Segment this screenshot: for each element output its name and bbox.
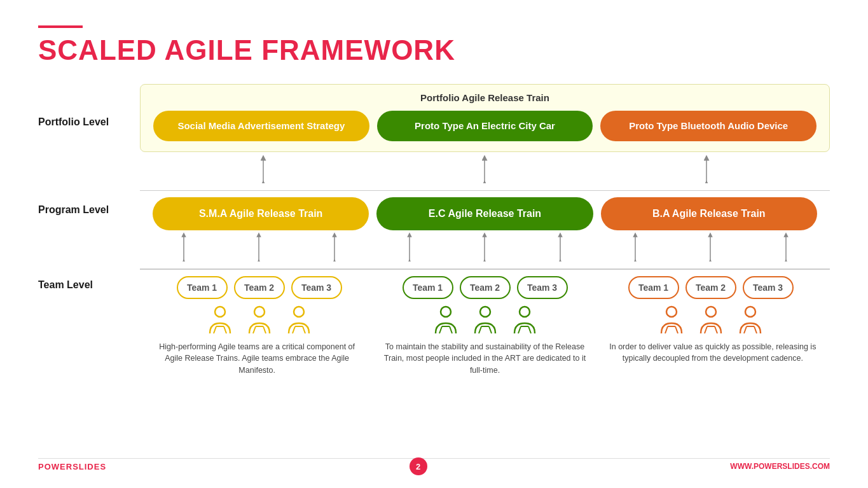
portfolio-level-label: Portfolio Level [38, 90, 140, 154]
svg-line-41 [705, 326, 707, 333]
arrows-sma-down [146, 230, 372, 262]
framework-diagram: Portfolio Agile Release Train Social Med… [140, 84, 830, 377]
team-group-green: Team 1 Team 2 Team 3 [372, 276, 598, 299]
arrow-up-svg-2 [478, 153, 491, 183]
brand-left: POWERSLIDES [38, 462, 106, 471]
arrow-o2 [705, 231, 715, 261]
arrow-g1 [404, 231, 415, 261]
program-card-sma: S.M.A Agile Release Train [153, 197, 369, 230]
brand-right: WWW.POWERSLIDES.COM [730, 462, 830, 471]
svg-line-38 [675, 326, 678, 333]
team-group-orange: Team 1 Team 2 Team 3 [598, 276, 823, 299]
arrow-g3 [555, 231, 565, 261]
svg-point-28 [480, 307, 490, 317]
brand-left-part1: POWER [38, 462, 72, 471]
team-orange-2: Team 2 [685, 276, 736, 299]
svg-line-21 [293, 326, 295, 333]
svg-point-40 [706, 307, 716, 317]
portfolio-card-sma: Social Media Advertisement Strategy [153, 111, 369, 141]
svg-line-42 [715, 326, 717, 333]
svg-point-16 [254, 307, 265, 317]
arrow-ba-up [596, 152, 817, 184]
desc-orange: In order to deliver value as quickly as … [602, 341, 823, 377]
person-icon-y2 [243, 304, 276, 337]
team-section: Team 1 Team 2 Team 3 Team 1 Team 2 Team … [140, 276, 830, 299]
svg-line-26 [450, 326, 452, 333]
svg-point-12 [215, 307, 225, 317]
svg-line-30 [489, 326, 492, 333]
svg-line-25 [439, 326, 442, 333]
separator-line-1 [140, 190, 830, 192]
title-part1: SCALED AGILE [38, 34, 261, 66]
header-accent-line [38, 25, 83, 28]
svg-line-18 [263, 326, 266, 333]
team-green-2: Team 2 [460, 276, 511, 299]
team-orange-1: Team 1 [628, 276, 679, 299]
svg-line-34 [528, 326, 531, 333]
desc-green: To maintain the stability and sustainabi… [374, 341, 595, 377]
program-level-label: Program Level [38, 185, 140, 235]
svg-point-24 [441, 307, 451, 317]
team-green-1: Team 1 [403, 276, 453, 299]
main-content: Portfolio Level Program Level Team Level… [38, 84, 830, 377]
team-orange-3: Team 3 [743, 276, 794, 299]
svg-line-14 [224, 326, 226, 333]
arrow-ec-up [374, 152, 595, 184]
arrow-o3 [781, 231, 791, 261]
portfolio-cards: Social Media Advertisement Strategy Prot… [153, 111, 816, 141]
team-level-label: Team Level [38, 266, 140, 304]
arrow-up-svg-3 [700, 153, 713, 183]
arrows-ec-down [372, 230, 598, 262]
team-group-yellow: Team 1 Team 2 Team 3 [146, 276, 372, 299]
footer: POWERSLIDES 2 WWW.POWERSLIDES.COM [38, 457, 830, 475]
person-icon-y3 [282, 304, 315, 337]
icons-yellow [146, 304, 372, 337]
svg-line-45 [744, 326, 747, 333]
team-yellow-2: Team 2 [234, 276, 285, 299]
person-icon-o3 [734, 304, 767, 337]
svg-line-17 [253, 326, 256, 333]
team-yellow-1: Team 1 [177, 276, 228, 299]
portfolio-section: Portfolio Agile Release Train Social Med… [140, 84, 830, 152]
svg-line-22 [303, 326, 305, 333]
svg-point-44 [745, 307, 755, 317]
arrow-o1 [630, 231, 640, 261]
person-icon-o2 [694, 304, 727, 337]
person-icon-g3 [508, 304, 541, 337]
svg-line-13 [214, 326, 216, 333]
program-section: S.M.A Agile Release Train E.C Agile Rele… [140, 197, 830, 230]
svg-point-32 [520, 307, 530, 317]
svg-point-36 [666, 307, 677, 317]
page-title: SCALED AGILE FRAMEWORK [38, 34, 830, 66]
icons-section [140, 299, 830, 337]
title-part2: FRAMEWORK [261, 34, 455, 66]
portfolio-card-ec: Proto Type An Electric City Car [377, 111, 593, 141]
program-card-ec: E.C Agile Release Train [376, 197, 593, 230]
person-icon-g1 [429, 304, 462, 337]
icons-orange [598, 304, 823, 337]
desc-yellow: High-performing Agile teams are a critic… [146, 341, 368, 377]
page-number: 2 [410, 457, 427, 475]
arrow-y3 [329, 231, 340, 261]
portfolio-card-ba: Proto Type Bluetooth Audio Device [600, 111, 816, 141]
description-section: High-performing Agile teams are a critic… [140, 337, 830, 377]
slide: SCALED AGILE FRAMEWORK Portfolio Level P… [0, 0, 868, 488]
arrow-g2 [479, 231, 490, 261]
level-labels: Portfolio Level Program Level Team Level [38, 84, 140, 377]
team-green-3: Team 3 [517, 276, 568, 299]
arrow-sma-up [153, 152, 374, 184]
svg-line-33 [518, 326, 521, 333]
arrow-y1 [179, 231, 189, 261]
program-card-ba: B.A Agile Release Train [601, 197, 817, 230]
arrow-y2 [254, 231, 264, 261]
brand-left-part2: SLIDES [72, 462, 106, 471]
icons-green [372, 304, 598, 337]
arrow-up-svg [257, 153, 270, 183]
person-icon-o1 [655, 304, 688, 337]
svg-line-29 [479, 326, 481, 333]
svg-point-20 [294, 307, 304, 317]
team-yellow-3: Team 3 [291, 276, 342, 299]
person-icon-g2 [469, 304, 502, 337]
portfolio-section-title: Portfolio Agile Release Train [153, 92, 816, 103]
person-icon-y1 [203, 304, 237, 337]
